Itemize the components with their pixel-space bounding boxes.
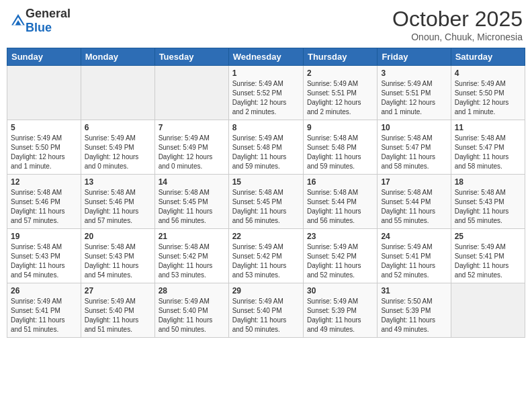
logo-icon (11, 13, 26, 28)
day-number: 30 (307, 286, 373, 295)
day-number: 4 (455, 68, 521, 78)
calendar-cell: 4Sunrise: 5:49 AM Sunset: 5:50 PM Daylig… (451, 66, 525, 120)
day-info: Sunrise: 5:49 AM Sunset: 5:52 PM Dayligh… (232, 79, 300, 117)
day-info: Sunrise: 5:48 AM Sunset: 5:44 PM Dayligh… (307, 188, 373, 226)
calendar-cell: 7Sunrise: 5:49 AM Sunset: 5:49 PM Daylig… (154, 120, 228, 175)
day-number: 23 (307, 232, 373, 241)
day-number: 15 (232, 177, 300, 187)
day-number: 25 (455, 232, 521, 241)
weekday-header: Wednesday (228, 48, 303, 66)
calendar-cell: 22Sunrise: 5:49 AM Sunset: 5:42 PM Dayli… (228, 229, 303, 283)
calendar-cell: 29Sunrise: 5:49 AM Sunset: 5:40 PM Dayli… (228, 283, 303, 338)
day-number: 26 (11, 286, 77, 295)
weekday-header: Saturday (451, 48, 525, 66)
day-info: Sunrise: 5:49 AM Sunset: 5:41 PM Dayligh… (381, 242, 447, 280)
calendar-cell: 23Sunrise: 5:49 AM Sunset: 5:42 PM Dayli… (303, 229, 377, 283)
day-info: Sunrise: 5:49 AM Sunset: 5:51 PM Dayligh… (307, 79, 373, 117)
logo: General Blue (9, 7, 71, 35)
calendar-week-row: 19Sunrise: 5:48 AM Sunset: 5:43 PM Dayli… (7, 229, 525, 283)
day-info: Sunrise: 5:49 AM Sunset: 5:39 PM Dayligh… (307, 297, 373, 334)
day-number: 22 (232, 232, 300, 241)
calendar-cell: 25Sunrise: 5:49 AM Sunset: 5:41 PM Dayli… (451, 229, 525, 283)
weekday-header: Friday (378, 48, 451, 66)
day-number: 31 (381, 286, 447, 295)
day-info: Sunrise: 5:48 AM Sunset: 5:43 PM Dayligh… (455, 188, 521, 226)
day-info: Sunrise: 5:49 AM Sunset: 5:48 PM Dayligh… (232, 134, 300, 171)
calendar-cell: 2Sunrise: 5:49 AM Sunset: 5:51 PM Daylig… (303, 66, 377, 120)
day-info: Sunrise: 5:49 AM Sunset: 5:50 PM Dayligh… (455, 79, 521, 117)
weekday-header: Thursday (303, 48, 377, 66)
day-number: 2 (307, 68, 373, 78)
day-info: Sunrise: 5:49 AM Sunset: 5:42 PM Dayligh… (307, 242, 373, 280)
day-info: Sunrise: 5:49 AM Sunset: 5:49 PM Dayligh… (159, 134, 225, 171)
calendar-cell: 5Sunrise: 5:49 AM Sunset: 5:50 PM Daylig… (7, 120, 81, 175)
logo-general: General (26, 7, 71, 20)
calendar-table: SundayMondayTuesdayWednesdayThursdayFrid… (7, 48, 525, 338)
calendar-cell: 24Sunrise: 5:49 AM Sunset: 5:41 PM Dayli… (378, 229, 451, 283)
calendar-week-row: 12Sunrise: 5:48 AM Sunset: 5:46 PM Dayli… (7, 175, 525, 229)
calendar-cell: 21Sunrise: 5:48 AM Sunset: 5:42 PM Dayli… (154, 229, 228, 283)
day-info: Sunrise: 5:49 AM Sunset: 5:51 PM Dayligh… (381, 79, 447, 117)
day-number: 27 (85, 286, 151, 295)
day-info: Sunrise: 5:49 AM Sunset: 5:40 PM Dayligh… (232, 297, 300, 334)
calendar-cell: 9Sunrise: 5:48 AM Sunset: 5:48 PM Daylig… (303, 120, 377, 175)
day-number: 12 (11, 177, 77, 187)
day-info: Sunrise: 5:48 AM Sunset: 5:48 PM Dayligh… (307, 134, 373, 171)
day-number: 21 (159, 232, 225, 241)
day-number: 1 (232, 68, 300, 78)
calendar-cell (7, 66, 81, 120)
calendar-cell: 20Sunrise: 5:48 AM Sunset: 5:43 PM Dayli… (81, 229, 154, 283)
calendar-week-row: 26Sunrise: 5:49 AM Sunset: 5:41 PM Dayli… (7, 283, 525, 338)
calendar-week-row: 5Sunrise: 5:49 AM Sunset: 5:50 PM Daylig… (7, 120, 525, 175)
weekday-header: Sunday (7, 48, 81, 66)
day-number: 19 (11, 232, 77, 241)
day-number: 8 (232, 123, 300, 132)
day-info: Sunrise: 5:49 AM Sunset: 5:50 PM Dayligh… (11, 134, 77, 171)
day-info: Sunrise: 5:48 AM Sunset: 5:47 PM Dayligh… (381, 134, 447, 171)
day-info: Sunrise: 5:48 AM Sunset: 5:45 PM Dayligh… (232, 188, 300, 226)
day-number: 14 (159, 177, 225, 187)
calendar-cell (154, 66, 228, 120)
day-info: Sunrise: 5:49 AM Sunset: 5:41 PM Dayligh… (11, 297, 77, 334)
day-info: Sunrise: 5:48 AM Sunset: 5:47 PM Dayligh… (455, 134, 521, 171)
day-number: 10 (381, 123, 447, 132)
calendar-header-row: SundayMondayTuesdayWednesdayThursdayFrid… (7, 48, 525, 66)
calendar-cell: 12Sunrise: 5:48 AM Sunset: 5:46 PM Dayli… (7, 175, 81, 229)
calendar-cell: 3Sunrise: 5:49 AM Sunset: 5:51 PM Daylig… (378, 66, 451, 120)
day-number: 9 (307, 123, 373, 132)
location-title: Onoun, Chuuk, Micronesia (392, 32, 523, 42)
calendar-cell: 30Sunrise: 5:49 AM Sunset: 5:39 PM Dayli… (303, 283, 377, 338)
logo-blue: Blue (26, 21, 52, 34)
day-info: Sunrise: 5:49 AM Sunset: 5:40 PM Dayligh… (85, 297, 151, 334)
day-number: 5 (11, 123, 77, 132)
day-info: Sunrise: 5:48 AM Sunset: 5:45 PM Dayligh… (159, 188, 225, 226)
calendar-cell: 28Sunrise: 5:49 AM Sunset: 5:40 PM Dayli… (154, 283, 228, 338)
calendar-cell: 15Sunrise: 5:48 AM Sunset: 5:45 PM Dayli… (228, 175, 303, 229)
calendar-cell: 27Sunrise: 5:49 AM Sunset: 5:40 PM Dayli… (81, 283, 154, 338)
day-number: 18 (455, 177, 521, 187)
day-info: Sunrise: 5:49 AM Sunset: 5:41 PM Dayligh… (455, 242, 521, 280)
day-number: 6 (85, 123, 151, 132)
day-number: 28 (159, 286, 225, 295)
calendar-cell: 16Sunrise: 5:48 AM Sunset: 5:44 PM Dayli… (303, 175, 377, 229)
day-number: 17 (381, 177, 447, 187)
day-number: 3 (381, 68, 447, 78)
calendar-cell: 31Sunrise: 5:50 AM Sunset: 5:39 PM Dayli… (378, 283, 451, 338)
calendar-cell: 6Sunrise: 5:49 AM Sunset: 5:49 PM Daylig… (81, 120, 154, 175)
day-number: 11 (455, 123, 521, 132)
calendar-cell: 10Sunrise: 5:48 AM Sunset: 5:47 PM Dayli… (378, 120, 451, 175)
day-info: Sunrise: 5:48 AM Sunset: 5:46 PM Dayligh… (11, 188, 77, 226)
calendar-cell: 11Sunrise: 5:48 AM Sunset: 5:47 PM Dayli… (451, 120, 525, 175)
day-number: 16 (307, 177, 373, 187)
page-header: General Blue October 2025 Onoun, Chuuk, … (7, 7, 525, 42)
day-info: Sunrise: 5:49 AM Sunset: 5:40 PM Dayligh… (159, 297, 225, 334)
day-number: 20 (85, 232, 151, 241)
calendar-cell: 26Sunrise: 5:49 AM Sunset: 5:41 PM Dayli… (7, 283, 81, 338)
day-info: Sunrise: 5:48 AM Sunset: 5:44 PM Dayligh… (381, 188, 447, 226)
calendar-cell: 19Sunrise: 5:48 AM Sunset: 5:43 PM Dayli… (7, 229, 81, 283)
day-info: Sunrise: 5:48 AM Sunset: 5:42 PM Dayligh… (159, 242, 225, 280)
day-info: Sunrise: 5:48 AM Sunset: 5:46 PM Dayligh… (85, 188, 151, 226)
weekday-header: Tuesday (154, 48, 228, 66)
day-info: Sunrise: 5:49 AM Sunset: 5:42 PM Dayligh… (232, 242, 300, 280)
calendar-cell (81, 66, 154, 120)
